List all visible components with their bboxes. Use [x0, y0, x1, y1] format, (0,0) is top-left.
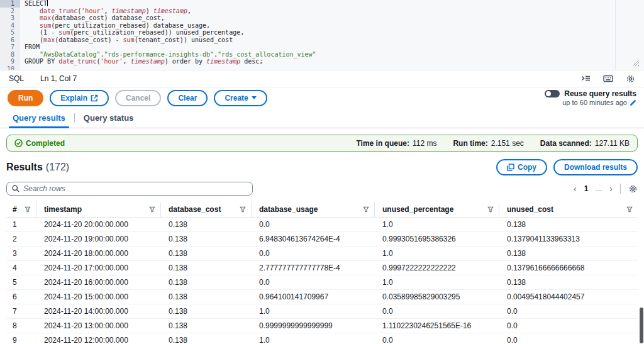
table-cell: 6 — [6, 292, 36, 301]
editor-line: 4 sum(perc_utilization_rebased) database… — [0, 22, 644, 30]
code-token: (1 — [25, 29, 51, 36]
table-row[interactable]: 32024-11-20 18:00:00.0000.1380.01.00.138 — [6, 247, 638, 261]
code-text[interactable]: (max(database_cost) - sum(tenant_cost)) … — [20, 36, 233, 44]
sql-editor[interactable]: 1SELECT2 date_trunc('hour', timestamp) t… — [0, 0, 644, 70]
line-number: 9 — [0, 58, 20, 65]
table-cell: 1.0 — [375, 220, 499, 229]
code-token: sum — [58, 29, 70, 36]
table-cell: 0.138 — [161, 235, 252, 243]
search-rows-input[interactable] — [23, 184, 247, 193]
table-cell: 0.00495418044402457 — [499, 292, 638, 301]
column-header-unused_percentage[interactable]: unused_percentage — [375, 202, 499, 217]
code-token: timestamp — [153, 8, 187, 14]
filter-funnel-icon[interactable] — [363, 206, 369, 213]
table-cell: 0.9993051695386326 — [375, 235, 499, 243]
column-header-label: unused_cost — [507, 205, 553, 214]
code-text[interactable]: max(database_cost) database_cost, — [20, 14, 165, 22]
current-page-number[interactable]: 1 — [584, 184, 589, 193]
code-token: sum — [123, 36, 135, 43]
filter-funnel-icon[interactable] — [149, 206, 155, 213]
pagination-divider — [620, 184, 621, 194]
create-label: Create — [225, 94, 248, 103]
edit-pencil-icon[interactable] — [630, 99, 636, 106]
table-cell: 2 — [6, 235, 36, 243]
query-metric: Time in queue:112 ms — [356, 139, 436, 148]
table-cell: 0.0 — [252, 249, 375, 258]
code-token: "rds-performance-insights-db" — [104, 51, 214, 58]
code-token: (perc_utilization_rebased)) unused_perce… — [70, 29, 244, 36]
code-token — [25, 22, 40, 29]
code-token: (tenant_cost)) unused_cost — [135, 36, 233, 43]
table-row[interactable]: 52024-11-20 16:00:00.0000.1380.01.00.138 — [6, 275, 638, 290]
filter-funnel-icon[interactable] — [25, 206, 31, 213]
code-token: max — [40, 14, 51, 21]
run-button[interactable]: Run — [8, 90, 43, 106]
code-token — [25, 8, 40, 14]
copy-button[interactable]: Copy — [496, 159, 547, 175]
tab-query-status[interactable]: Query status — [75, 108, 142, 128]
column-header-unused_cost[interactable]: unused_cost — [499, 202, 638, 217]
table-cell: 1 — [6, 220, 36, 229]
search-rows-box[interactable] — [6, 182, 253, 196]
results-table: #timestampdatabase_costdatabase_usageunu… — [6, 202, 638, 344]
page-scrollbar[interactable] — [640, 308, 643, 343]
table-preferences-gear-icon[interactable] — [628, 184, 638, 194]
query-results-panel: Completed Time in queue:112 msRun time:2… — [0, 128, 644, 344]
code-text[interactable]: "AwsDataCatalog"."rds-performance-insigh… — [20, 51, 316, 58]
tab-query-results[interactable]: Query results — [4, 108, 74, 128]
table-row[interactable]: 62024-11-20 15:00:00.0000.1380.964100141… — [6, 290, 638, 304]
print-margin-line — [615, 0, 616, 70]
filter-funnel-icon[interactable] — [487, 206, 494, 213]
clear-button[interactable]: Clear — [167, 90, 208, 106]
copy-icon — [507, 164, 514, 171]
create-button[interactable]: Create — [214, 90, 267, 106]
reuse-results-toggle[interactable] — [545, 90, 560, 97]
table-cell: 0.138 — [161, 307, 252, 316]
table-cell: 0.0 — [252, 220, 375, 229]
table-cell: 0.138 — [499, 278, 638, 287]
code-text[interactable]: FROM — [20, 43, 40, 51]
column-header-row-number[interactable]: # — [6, 202, 36, 217]
table-row[interactable]: 72024-11-20 14:00:00.0000.1381.00.00.0 — [6, 304, 638, 319]
code-text[interactable]: SELECT — [20, 0, 48, 8]
editor-settings-gear-icon[interactable] — [626, 74, 635, 84]
code-text[interactable]: (1 - sum(perc_utilization_rebased)) unus… — [20, 29, 244, 36]
table-cell: 0.9997222222222222 — [375, 264, 499, 272]
code-text[interactable]: sum(perc_utilization_rebased) database_u… — [20, 22, 210, 30]
column-header-timestamp[interactable]: timestamp — [36, 202, 161, 217]
code-token: 'hour' — [100, 58, 123, 65]
code-token: , — [187, 8, 191, 14]
check-circle-icon — [14, 139, 23, 147]
code-text[interactable]: date_trunc('hour', timestamp) timestamp, — [20, 8, 191, 15]
table-cell: 0.0 — [499, 307, 638, 316]
next-page-button[interactable]: › — [609, 184, 613, 193]
column-header-label: # — [13, 205, 17, 214]
table-cell: 8 — [6, 321, 36, 330]
table-cell: 4 — [6, 264, 36, 272]
table-row[interactable]: 82024-11-20 13:00:00.0000.1380.999999999… — [6, 319, 638, 333]
table-row[interactable]: 92024-11-20 12:00:00.0000.1381.00.00.0 — [6, 333, 638, 344]
filter-funnel-icon[interactable] — [626, 206, 633, 213]
table-cell: 2024-11-20 12:00:00.000 — [36, 336, 161, 344]
code-text[interactable]: GROUP BY date_trunc('hour', timestamp) o… — [20, 58, 263, 65]
table-row[interactable]: 42024-11-20 17:00:00.0000.1382.777777777… — [6, 261, 638, 275]
column-header-database_usage[interactable]: database_usage — [252, 202, 375, 217]
table-cell: 0.138 — [161, 249, 252, 258]
editor-line: 10 — [0, 65, 644, 70]
previous-page-button[interactable]: ‹ — [574, 184, 577, 193]
code-token: timestamp — [112, 8, 146, 14]
table-cell: 1.0 — [375, 278, 499, 287]
keyboard-shortcuts-icon[interactable] — [603, 74, 613, 83]
code-text[interactable] — [20, 65, 25, 70]
format-query-icon[interactable] — [581, 74, 591, 83]
table-cell: 0.138 — [161, 264, 252, 272]
external-link-icon — [91, 94, 98, 102]
explain-button[interactable]: Explain — [50, 90, 109, 106]
column-header-database_cost[interactable]: database_cost — [161, 202, 252, 217]
download-results-button[interactable]: Download results — [553, 159, 638, 175]
table-cell: 6.948304613674264E-4 — [252, 235, 375, 243]
line-number: 1 — [0, 0, 20, 8]
table-row[interactable]: 22024-11-20 19:00:00.0000.1386.948304613… — [6, 232, 638, 247]
table-row[interactable]: 12024-11-20 20:00:00.0000.1380.01.00.138 — [6, 218, 638, 232]
filter-funnel-icon[interactable] — [240, 206, 246, 213]
